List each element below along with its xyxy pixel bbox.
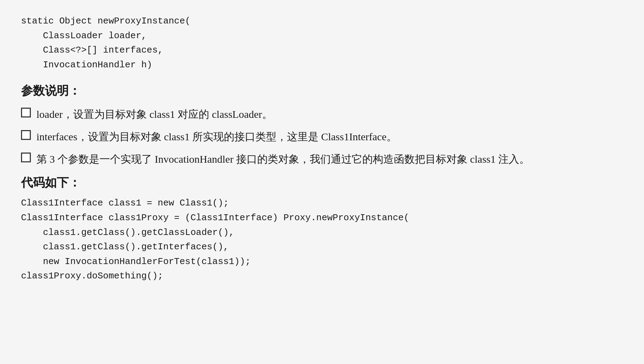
code-bottom-line-1: Class1Interface class1 = new Class1();	[21, 196, 623, 211]
param-item-loader: loader，设置为目标对象 class1 对应的 classLoader。	[21, 106, 623, 123]
code-section-title: 代码如下：	[21, 175, 623, 191]
param-text-third: 第 3 个参数是一个实现了 InvocationHandler 接口的类对象，我…	[36, 151, 623, 168]
code-bottom-line-6: class1Proxy.doSomething();	[21, 269, 623, 284]
checkbox-icon-interfaces	[21, 130, 31, 140]
param-item-interfaces: interfaces，设置为目标对象 class1 所实现的接口类型，这里是 C…	[21, 128, 623, 145]
param-text-loader: loader，设置为目标对象 class1 对应的 classLoader。	[36, 106, 623, 123]
params-section-title: 参数说明：	[21, 83, 623, 99]
code-line-2: ClassLoader loader,	[21, 29, 623, 43]
code-block-bottom: Class1Interface class1 = new Class1(); C…	[21, 196, 623, 284]
params-list: loader，设置为目标对象 class1 对应的 classLoader。 i…	[21, 106, 623, 168]
code-line-3: Class<?>[] interfaces,	[21, 43, 623, 58]
code-bottom-line-3: class1.getClass().getClassLoader(),	[21, 225, 623, 240]
checkbox-icon-loader	[21, 108, 31, 117]
code-block-top: static Object newProxyInstance( ClassLoa…	[21, 14, 623, 72]
code-bottom-line-4: class1.getClass().getInterfaces(),	[21, 240, 623, 255]
code-bottom-line-2: Class1Interface class1Proxy = (Class1Int…	[21, 211, 623, 225]
code-line-4: InvocationHandler h)	[21, 58, 623, 73]
param-text-interfaces: interfaces，设置为目标对象 class1 所实现的接口类型，这里是 C…	[36, 128, 623, 145]
main-content: static Object newProxyInstance( ClassLoa…	[21, 14, 623, 284]
code-line-1: static Object newProxyInstance(	[21, 14, 623, 29]
checkbox-icon-third	[21, 153, 31, 162]
param-item-third: 第 3 个参数是一个实现了 InvocationHandler 接口的类对象，我…	[21, 151, 623, 168]
code-bottom-line-5: new InvocationHandlerForTest(class1));	[21, 255, 623, 269]
